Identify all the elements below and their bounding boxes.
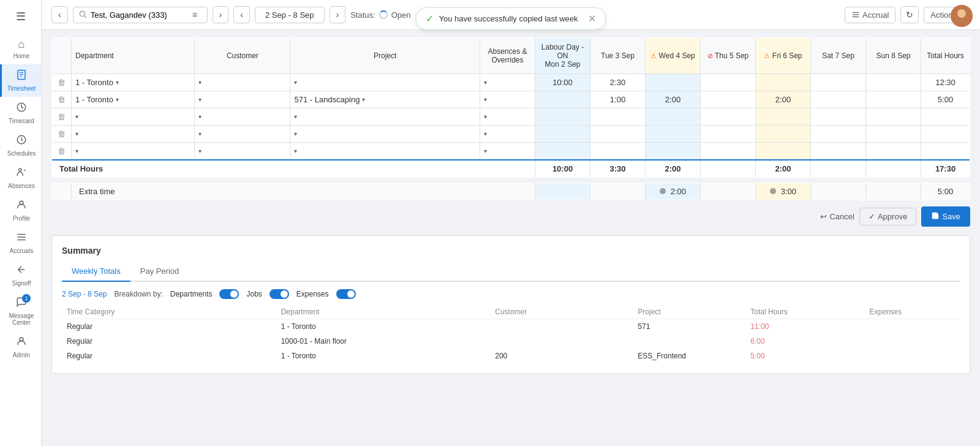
- project-dropdown-2[interactable]: ▾: [362, 96, 365, 103]
- delete-row-5[interactable]: 🗑: [52, 143, 72, 161]
- table-row: 🗑 ▾ ▾ ▾ ▾: [52, 126, 970, 143]
- mon-cell-1[interactable]: 10:00: [535, 74, 590, 91]
- refresh-button[interactable]: ↻: [900, 6, 919, 23]
- hamburger-menu[interactable]: ☰: [11, 5, 31, 28]
- delete-row-1[interactable]: 🗑: [52, 74, 72, 91]
- dept-dropdown-1[interactable]: ▾: [116, 79, 119, 86]
- customer-dropdown-2[interactable]: ▾: [198, 96, 202, 103]
- cancel-button[interactable]: ↩ Cancel: [820, 212, 854, 221]
- dept-dropdown-3[interactable]: ▾: [75, 113, 78, 120]
- search-input[interactable]: [91, 10, 189, 20]
- prev-week-button[interactable]: ‹: [233, 6, 250, 23]
- sat-cell-5[interactable]: [811, 143, 866, 161]
- expenses-toggle[interactable]: [336, 289, 356, 299]
- tue-cell-2[interactable]: 1:00: [590, 91, 646, 108]
- project-dropdown-1[interactable]: ▾: [294, 79, 297, 86]
- sidebar-item-timecard[interactable]: Timecard: [0, 97, 41, 129]
- mon-cell-5[interactable]: [535, 143, 590, 161]
- sun-cell-1[interactable]: [866, 74, 921, 91]
- mon-cell-4[interactable]: [535, 126, 590, 143]
- sat-cell-4[interactable]: [811, 126, 866, 143]
- wed-cell-2[interactable]: 2:00: [646, 91, 701, 108]
- fri-cell-3[interactable]: [756, 108, 811, 126]
- sat-cell-3[interactable]: [811, 108, 866, 126]
- wed-cell-1[interactable]: [646, 74, 701, 91]
- tue-cell-1[interactable]: 2:30: [590, 74, 646, 91]
- thu-cell-5[interactable]: [701, 143, 756, 161]
- total-tue: 3:30: [590, 160, 646, 178]
- tab-pay-period[interactable]: Pay Period: [130, 263, 189, 282]
- filter-icon[interactable]: ≡: [192, 10, 197, 20]
- customer-dropdown-5[interactable]: ▾: [198, 148, 202, 154]
- sidebar-item-schedules[interactable]: Schedules: [0, 129, 41, 162]
- prev-button[interactable]: ‹: [51, 6, 68, 23]
- dept-cell-4: ▾: [72, 126, 195, 143]
- total-fri: 2:00: [756, 160, 811, 178]
- sidebar-item-label-absences: Absences: [8, 183, 35, 189]
- project-dropdown-5[interactable]: ▾: [294, 148, 297, 154]
- project-dropdown-4[interactable]: ▾: [294, 130, 297, 137]
- sidebar-item-signoff[interactable]: Signoff: [0, 259, 41, 292]
- next-week-button[interactable]: ›: [330, 6, 346, 23]
- home-icon: ⌂: [18, 38, 25, 51]
- tue-cell-4[interactable]: [590, 126, 646, 143]
- sun-cell-4[interactable]: [866, 126, 921, 143]
- wed-cell-5[interactable]: [646, 143, 701, 161]
- absences-dropdown-4[interactable]: ▾: [484, 130, 487, 137]
- delete-row-3[interactable]: 🗑: [52, 108, 72, 126]
- absences-dropdown-5[interactable]: ▾: [484, 148, 487, 154]
- approve-button[interactable]: ✓ Approve: [859, 208, 916, 225]
- customer-dropdown-3[interactable]: ▾: [198, 113, 202, 120]
- tue-cell-3[interactable]: [590, 108, 646, 126]
- notification-close-button[interactable]: ✕: [588, 13, 596, 25]
- wed-cell-4[interactable]: [646, 126, 701, 143]
- sidebar-item-profile[interactable]: Profile: [0, 194, 41, 227]
- customer-dropdown-1[interactable]: ▾: [198, 79, 202, 86]
- mon-cell-2[interactable]: [535, 91, 590, 108]
- fri-cell-2[interactable]: 2:00: [756, 91, 811, 108]
- next-employee-button[interactable]: ›: [213, 6, 229, 23]
- thu-cell-4[interactable]: [701, 126, 756, 143]
- absences-dropdown-3[interactable]: ▾: [484, 113, 487, 120]
- fri-cell-1[interactable]: [756, 74, 811, 91]
- sidebar-item-message-center[interactable]: 1 Message Center: [0, 292, 41, 331]
- delete-row-2[interactable]: 🗑: [52, 91, 72, 108]
- project-dropdown-3[interactable]: ▾: [294, 113, 297, 120]
- sidebar-item-admin[interactable]: Admin: [0, 331, 41, 363]
- delete-row-4[interactable]: 🗑: [52, 126, 72, 143]
- col-project: Project: [290, 38, 480, 74]
- sidebar-item-absences[interactable]: Absences: [0, 162, 41, 194]
- sidebar-item-timesheet[interactable]: Timesheet: [0, 64, 41, 97]
- summary-row-3: Regular 1 - Toronto 200 ESS_Frontend 5:0…: [62, 349, 960, 363]
- sun-cell-3[interactable]: [866, 108, 921, 126]
- tue-cell-5[interactable]: [590, 143, 646, 161]
- absences-dropdown-2[interactable]: ▾: [484, 96, 487, 103]
- sidebar-item-home[interactable]: ⌂ Home: [0, 33, 41, 64]
- thu-cell-2[interactable]: [701, 91, 756, 108]
- absences-dropdown-1[interactable]: ▾: [484, 79, 487, 86]
- dept-dropdown-4[interactable]: ▾: [75, 130, 78, 137]
- jobs-toggle-label: Jobs: [246, 290, 262, 298]
- project-cell-2: 571 - Landscaping ▾: [290, 91, 480, 108]
- sat-cell-1[interactable]: [811, 74, 866, 91]
- sidebar-item-accruals[interactable]: Accruals: [0, 227, 41, 259]
- tab-weekly-totals[interactable]: Weekly Totals: [62, 263, 130, 282]
- accrual-button[interactable]: Accrual: [845, 7, 895, 23]
- customer-dropdown-4[interactable]: ▾: [198, 130, 202, 137]
- mon-cell-3[interactable]: [535, 108, 590, 126]
- sun-cell-2[interactable]: [866, 91, 921, 108]
- sat-cell-2[interactable]: [811, 91, 866, 108]
- departments-toggle[interactable]: [219, 289, 239, 299]
- wed-cell-3[interactable]: [646, 108, 701, 126]
- jobs-toggle[interactable]: [270, 289, 289, 299]
- date-range-button[interactable]: 2 Sep - 8 Sep: [255, 7, 325, 23]
- fri-cell-5[interactable]: [756, 143, 811, 161]
- thu-cell-3[interactable]: [701, 108, 756, 126]
- save-button[interactable]: Save: [921, 206, 970, 227]
- fri-cell-4[interactable]: [756, 126, 811, 143]
- dept-dropdown-2[interactable]: ▾: [116, 96, 119, 103]
- user-avatar[interactable]: [951, 5, 973, 27]
- thu-cell-1[interactable]: [701, 74, 756, 91]
- dept-dropdown-5[interactable]: ▾: [75, 148, 78, 154]
- sun-cell-5[interactable]: [866, 143, 921, 161]
